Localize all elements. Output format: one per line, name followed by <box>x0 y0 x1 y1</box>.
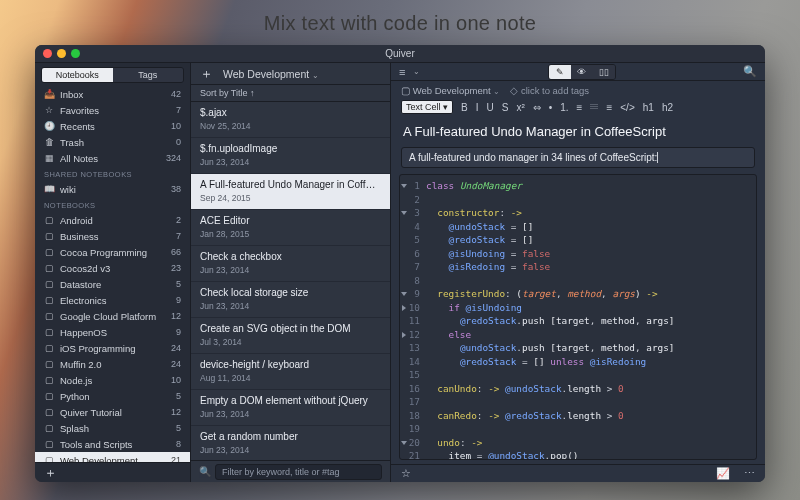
sidebar-item-label: Web Development <box>60 455 165 463</box>
sidebar-item-happenos[interactable]: ▢HappenOS9 <box>35 324 190 340</box>
notebook-icon: ▢ <box>44 423 54 433</box>
more-icon[interactable]: ⋯ <box>744 467 755 480</box>
note-row[interactable]: $.ajaxNov 25, 2014 <box>191 102 390 138</box>
tab-tags[interactable]: Tags <box>113 68 184 82</box>
sidebar-item-all-notes[interactable]: ▦All Notes324 <box>35 150 190 166</box>
notebook-icon: ▢ <box>44 439 54 449</box>
sidebar-item-count: 5 <box>176 423 181 433</box>
menu-icon[interactable]: ≡ <box>399 66 405 78</box>
format-button-4[interactable]: x² <box>516 102 524 113</box>
format-button-6[interactable]: • <box>549 102 553 113</box>
format-button-10[interactable]: ≡ <box>606 102 612 113</box>
note-title: device-height / keyboard <box>200 359 381 370</box>
gutter-line: 16 <box>400 382 426 396</box>
sidebar-item-python[interactable]: ▢Python5 <box>35 388 190 404</box>
sidebar-item-label: Inbox <box>60 89 165 100</box>
note-row[interactable]: $.fn.uploadImageJun 23, 2014 <box>191 138 390 174</box>
note-notebook-select[interactable]: ▢ Web Development ⌄ <box>401 85 500 96</box>
format-button-2[interactable]: U <box>486 102 493 113</box>
note-row[interactable]: ACE EditorJan 28, 2015 <box>191 210 390 246</box>
sidebar-item-trash[interactable]: 🗑Trash0 <box>35 134 190 150</box>
notebooks-header: NOTEBOOKS <box>35 197 190 212</box>
edit-mode-button[interactable]: ✎ <box>549 65 571 79</box>
note-date: Jan 28, 2015 <box>200 229 381 239</box>
code-line: undo: -> <box>426 436 482 450</box>
preview-mode-button[interactable]: 👁 <box>571 65 593 79</box>
note-date: Sep 24, 2015 <box>200 193 381 203</box>
sidebar-item-electronics[interactable]: ▢Electronics9 <box>35 292 190 308</box>
text-cell[interactable]: A full-featured undo manager in 34 lines… <box>401 147 755 168</box>
note-row[interactable]: A Full-featured Undo Manager in Coffee…S… <box>191 174 390 210</box>
sidebar-item-wiki[interactable]: 📖wiki38 <box>35 181 190 197</box>
format-button-5[interactable]: ⇔ <box>533 102 541 113</box>
format-button-1[interactable]: I <box>476 102 479 113</box>
format-button-9[interactable]: 𝄘 <box>590 101 598 113</box>
sort-menu[interactable]: Sort by Title ↑ <box>191 85 390 102</box>
add-notebook-button[interactable]: ＋ <box>44 464 57 482</box>
sidebar-item-cocos2d-v3[interactable]: ▢Cocos2d v323 <box>35 260 190 276</box>
sidebar-item-datastore[interactable]: ▢Datastore5 <box>35 276 190 292</box>
notebook-icon: ▢ <box>44 343 54 353</box>
favorite-icon[interactable]: ☆ <box>401 467 411 480</box>
notebook-icon: ▢ <box>44 359 54 369</box>
sidebar-item-recents[interactable]: 🕘Recents10 <box>35 118 190 134</box>
sidebar-item-android[interactable]: ▢Android2 <box>35 212 190 228</box>
sidebar-item-ios-programming[interactable]: ▢iOS Programming24 <box>35 340 190 356</box>
notebook-icon: 📖 <box>44 184 54 194</box>
format-button-0[interactable]: B <box>461 102 468 113</box>
sidebar-item-node-js[interactable]: ▢Node.js10 <box>35 372 190 388</box>
code-line: @redoStack = [] unless @isRedoing <box>426 355 646 369</box>
sidebar-item-count: 7 <box>176 105 181 115</box>
sidebar-item-quiver-tutorial[interactable]: ▢Quiver Tutorial12 <box>35 404 190 420</box>
view-mode-segment: ✎ 👁 ▯▯ <box>548 64 616 80</box>
note-date: Jun 23, 2014 <box>200 301 381 311</box>
sidebar-item-muffin-2-0[interactable]: ▢Muffin 2.024 <box>35 356 190 372</box>
sidebar-item-count: 38 <box>171 184 181 194</box>
note-row[interactable]: Get a random numberJun 23, 2014 <box>191 426 390 460</box>
gutter-line: 7 <box>400 260 426 274</box>
split-mode-button[interactable]: ▯▯ <box>593 65 615 79</box>
format-button-7[interactable]: 1. <box>560 102 568 113</box>
stats-icon[interactable]: 📈 <box>716 467 730 480</box>
sidebar-item-tools-and-scripts[interactable]: ▢Tools and Scripts8 <box>35 436 190 452</box>
new-note-button[interactable]: ＋ <box>200 65 213 83</box>
sidebar-item-google-cloud-platform[interactable]: ▢Google Cloud Platform12 <box>35 308 190 324</box>
notebook-dropdown[interactable]: Web Development ⌄ <box>223 68 319 80</box>
shared-header: SHARED NOTEBOOKS <box>35 166 190 181</box>
note-row[interactable]: Check local storage sizeJun 23, 2014 <box>191 282 390 318</box>
sidebar-item-label: Favorites <box>60 105 170 116</box>
sidebar-item-count: 8 <box>176 439 181 449</box>
search-icon[interactable]: 🔍 <box>743 65 757 78</box>
note-title[interactable]: A Full-featured Undo Manager in CoffeeSc… <box>391 118 765 147</box>
sidebar-item-web-development[interactable]: ▢Web Development21 <box>35 452 190 462</box>
tab-notebooks[interactable]: Notebooks <box>42 68 113 82</box>
sidebar-item-count: 23 <box>171 263 181 273</box>
gutter-line: 6 <box>400 247 426 261</box>
filter-input[interactable] <box>215 464 382 480</box>
note-row[interactable]: Empty a DOM element without jQueryJun 23… <box>191 390 390 426</box>
format-button-13[interactable]: h2 <box>662 102 673 113</box>
note-list: ＋ Web Development ⌄ Sort by Title ↑ $.aj… <box>191 63 391 482</box>
sidebar-item-splash[interactable]: ▢Splash5 <box>35 420 190 436</box>
sidebar-item-cocoa-programming[interactable]: ▢Cocoa Programming66 <box>35 244 190 260</box>
format-button-3[interactable]: S <box>502 102 509 113</box>
sidebar-item-count: 21 <box>171 455 181 462</box>
code-line: @isRedoing = false <box>426 260 550 274</box>
sidebar-item-label: Cocos2d v3 <box>60 263 165 274</box>
sidebar-item-business[interactable]: ▢Business7 <box>35 228 190 244</box>
cell-type-select[interactable]: Text Cell ▾ <box>401 100 453 114</box>
note-row[interactable]: Create an SVG object in the DOMJul 3, 20… <box>191 318 390 354</box>
gutter-line: 17 <box>400 395 426 409</box>
tag-input[interactable]: ◇ click to add tags <box>510 85 589 96</box>
note-row[interactable]: device-height / keyboardAug 11, 2014 <box>191 354 390 390</box>
code-cell[interactable]: 1class UndoManager23 constructor: ->4 @u… <box>399 174 757 460</box>
format-button-12[interactable]: h1 <box>643 102 654 113</box>
format-button-8[interactable]: ≡ <box>577 102 583 113</box>
sidebar-item-label: Muffin 2.0 <box>60 359 165 370</box>
sidebar-item-inbox[interactable]: 📥Inbox42 <box>35 86 190 102</box>
note-row[interactable]: Check a checkboxJun 23, 2014 <box>191 246 390 282</box>
sidebar-item-favorites[interactable]: ☆Favorites7 <box>35 102 190 118</box>
sidebar-item-label: Cocoa Programming <box>60 247 165 258</box>
sidebar-item-label: Business <box>60 231 170 242</box>
format-button-11[interactable]: </> <box>620 102 634 113</box>
